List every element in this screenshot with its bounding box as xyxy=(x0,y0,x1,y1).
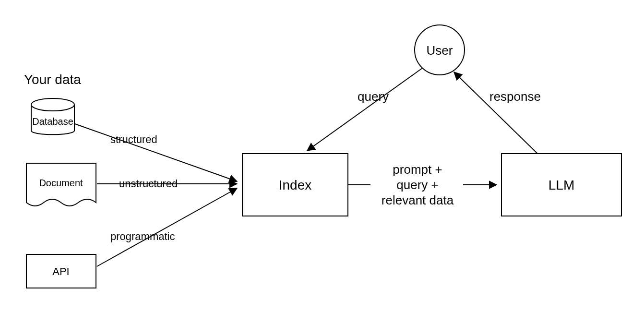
edge-api-index xyxy=(97,188,237,266)
edge-llm-user xyxy=(454,72,537,154)
llm-label: LLM xyxy=(549,178,574,192)
user-label: User xyxy=(427,43,453,58)
api-label: API xyxy=(52,265,69,277)
rag-diagram: Your data Database Document API Index LL… xyxy=(0,0,644,312)
edge-unstructured-label: unstructured xyxy=(119,178,178,190)
api-node: API xyxy=(26,254,96,288)
edge-programmatic-label: programmatic xyxy=(110,230,175,242)
document-node: Document xyxy=(26,163,96,206)
edge-prompt-line1: prompt + xyxy=(393,162,442,177)
llm-node: LLM xyxy=(501,154,621,216)
edge-database-index xyxy=(75,124,237,181)
user-node: User xyxy=(415,25,465,75)
database-label: Database xyxy=(32,116,73,127)
edge-structured-label: structured xyxy=(110,133,157,145)
database-node: Database xyxy=(31,98,74,134)
edge-prompt-line2: query + xyxy=(396,178,438,192)
edge-query-label: query xyxy=(358,89,389,104)
edge-prompt-line3: relevant data xyxy=(382,193,454,207)
your-data-heading: Your data xyxy=(24,72,81,87)
edge-user-index xyxy=(307,68,422,151)
index-label: Index xyxy=(279,178,312,192)
svg-point-0 xyxy=(31,98,74,111)
index-node: Index xyxy=(242,154,348,216)
document-label: Document xyxy=(39,178,83,188)
edge-response-label: response xyxy=(489,89,541,104)
